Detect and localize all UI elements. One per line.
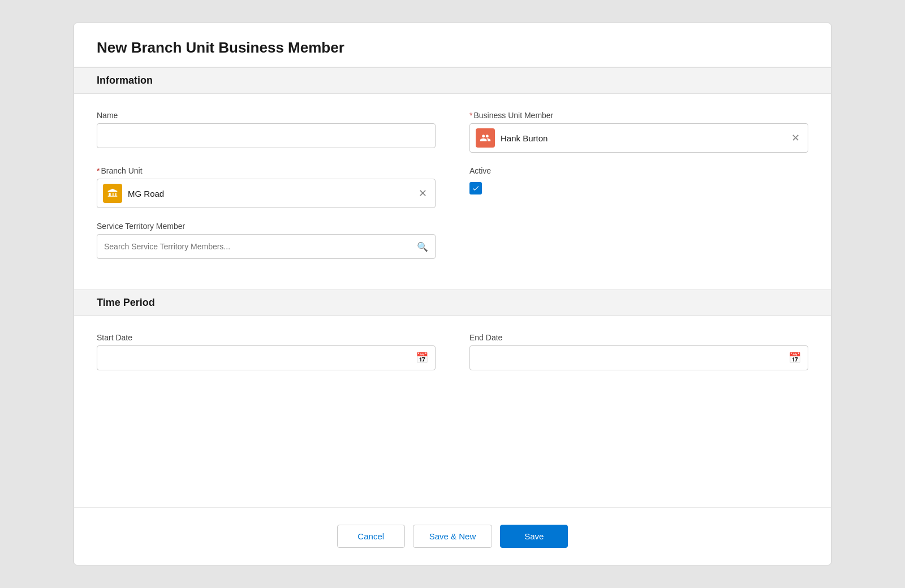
form-row-1: Name * Business Unit Member Hank Burton — [97, 111, 808, 153]
end-date-calendar-icon: 📅 — [788, 352, 801, 364]
name-input[interactable] — [97, 123, 436, 148]
modal-header: New Branch Unit Business Member — [74, 23, 831, 67]
name-group: Name — [97, 111, 436, 153]
end-date-field[interactable]: 📅 — [469, 345, 808, 370]
empty-col — [469, 222, 808, 259]
branch-unit-value: MG Road — [128, 189, 416, 198]
start-date-input[interactable] — [104, 353, 416, 362]
service-territory-member-group: Service Territory Member 🔍 — [97, 222, 436, 259]
information-section-title: Information — [97, 75, 153, 86]
branch-unit-lookup[interactable]: MG Road ✕ — [97, 179, 436, 208]
business-unit-member-clear[interactable]: ✕ — [789, 132, 802, 144]
service-territory-member-input[interactable] — [104, 242, 417, 251]
save-button[interactable]: Save — [500, 525, 568, 548]
business-unit-member-value: Hank Burton — [501, 133, 789, 143]
start-date-field[interactable]: 📅 — [97, 345, 436, 370]
end-date-group: End Date 📅 — [469, 333, 808, 370]
active-checkbox[interactable] — [469, 182, 482, 194]
business-unit-member-lookup[interactable]: Hank Burton ✕ — [469, 123, 808, 153]
date-row: Start Date 📅 End Date 📅 — [97, 333, 808, 370]
branch-unit-group: * Branch Unit MG Road ✕ — [97, 166, 436, 208]
start-date-calendar-icon: 📅 — [416, 352, 428, 364]
branch-unit-label: * Branch Unit — [97, 166, 436, 175]
modal-title: New Branch Unit Business Member — [97, 39, 808, 57]
required-star-bum: * — [469, 111, 472, 120]
start-date-group: Start Date 📅 — [97, 333, 436, 370]
active-label: Active — [469, 166, 808, 175]
business-unit-member-icon — [476, 128, 495, 148]
time-period-form-body: Start Date 📅 End Date 📅 — [74, 316, 831, 401]
service-territory-member-search[interactable]: 🔍 — [97, 234, 436, 259]
end-date-label: End Date — [469, 333, 808, 342]
information-form-body: Name * Business Unit Member Hank Burton — [74, 94, 831, 289]
business-unit-member-group: * Business Unit Member Hank Burton ✕ — [469, 111, 808, 153]
active-checkbox-wrapper — [469, 182, 808, 194]
search-icon: 🔍 — [417, 241, 428, 252]
start-date-label: Start Date — [97, 333, 436, 342]
time-period-section-header: Time Period — [74, 289, 831, 316]
form-row-3: Service Territory Member 🔍 — [97, 222, 808, 259]
business-unit-member-label: * Business Unit Member — [469, 111, 808, 120]
branch-unit-icon — [103, 184, 122, 203]
modal-container: New Branch Unit Business Member Informat… — [74, 23, 831, 565]
modal-footer: Cancel Save & New Save — [74, 507, 831, 565]
name-label: Name — [97, 111, 436, 120]
branch-unit-clear[interactable]: ✕ — [416, 187, 429, 200]
service-territory-member-label: Service Territory Member — [97, 222, 436, 231]
save-new-button[interactable]: Save & New — [413, 525, 493, 548]
information-section-header: Information — [74, 67, 831, 94]
required-star-bu: * — [97, 166, 100, 175]
form-row-2: * Branch Unit MG Road ✕ Active — [97, 166, 808, 208]
time-period-section-title: Time Period — [97, 297, 155, 308]
active-group: Active — [469, 166, 808, 208]
cancel-button[interactable]: Cancel — [337, 525, 405, 548]
end-date-input[interactable] — [477, 353, 788, 362]
